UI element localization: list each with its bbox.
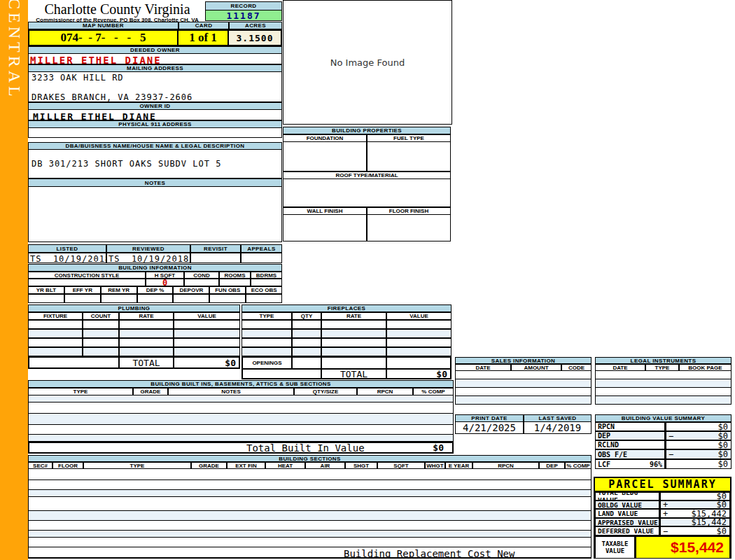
col-header: COND	[184, 272, 219, 279]
property-record-card: CENTRAL Charlotte County Virginia Commis…	[0, 0, 735, 560]
row-op: +	[663, 500, 668, 509]
rooms-value	[219, 279, 251, 286]
table-row: APPRAISED VALUE $15,442	[595, 518, 730, 526]
col-header: COUNT	[83, 312, 119, 320]
table-row: OBS F/E −$0	[595, 449, 732, 459]
building-info-row1-values: 0	[28, 279, 282, 286]
table-row	[28, 490, 592, 497]
yr-blt-value	[28, 294, 64, 303]
table-row	[28, 469, 592, 480]
col-header: H SQFT	[146, 272, 184, 279]
fireplaces-total-label: TOTAL	[321, 369, 386, 379]
fireplaces-total-value: $0	[386, 369, 451, 379]
fireplaces-title: FIREPLACES	[241, 304, 451, 312]
print-date-label: PRINT DATE	[455, 414, 524, 422]
building-value-summary: BUILDING VALUE SUMMARY RPCN $0 DEP −$0 R…	[595, 414, 732, 469]
built-ins-table: BUILDING BUILT INS, BASEMENTS, ATTICS & …	[28, 380, 454, 454]
col-header: RATE	[321, 312, 386, 320]
col-header: DEP %	[137, 286, 174, 294]
table-row	[28, 329, 240, 338]
table-row	[595, 396, 732, 405]
row-pct: 96%	[650, 461, 662, 468]
sales-information-table: SALES INFORMATION DATE AMOUNT CODE	[455, 357, 592, 405]
mailing-address-line2: DRAKES BRANCH, VA 23937-2606	[29, 83, 281, 102]
building-sections-footer-row: Building Replacement Cost New	[28, 547, 592, 559]
row-value: $0	[718, 459, 728, 469]
table-row	[28, 538, 592, 547]
col-header: ECO OBS	[246, 286, 282, 294]
notes-box	[28, 187, 282, 242]
physical-911-header: PHYSICAL 911 ADDRESS	[28, 120, 282, 128]
record-box: RECORD 11187	[205, 1, 282, 21]
table-row	[28, 320, 240, 329]
deeded-owner-value: MILLER ETHEL DIANE	[29, 55, 162, 64]
openings-label: OPENINGS	[241, 356, 292, 369]
built-ins-title: BUILDING BUILT INS, BASEMENTS, ATTICS & …	[28, 380, 454, 388]
col-header: TYPE	[241, 312, 292, 320]
card-label: CARD	[178, 22, 229, 29]
col-header: NOTES	[168, 388, 294, 396]
owner-id-value: MILLER ETHEL DIANE	[29, 111, 157, 120]
acres-value: 3.1500	[229, 29, 282, 46]
table-row	[241, 347, 451, 356]
row-value: $15,442	[691, 509, 727, 518]
table-row	[28, 347, 240, 356]
foundation-label: FOUNDATION	[283, 134, 367, 142]
revisit-value	[190, 253, 241, 263]
table-row	[28, 480, 592, 490]
plumbing-total-value: $0	[174, 356, 240, 369]
record-number: 11187	[205, 10, 282, 21]
col-header: AMOUNT	[511, 364, 561, 371]
notes-header: NOTES	[28, 178, 282, 187]
building-information-header: BUILDING INFORMATION	[28, 264, 282, 272]
mailing-address-header: MAILING ADDRESS	[28, 64, 282, 72]
print-date-value: 4/21/2025	[455, 422, 524, 434]
col-header: FUN OBS	[209, 286, 246, 294]
replacement-cost-note: Building Replacement Cost New	[29, 547, 591, 559]
col-header: VALUE	[174, 312, 240, 320]
legal-description-value: DB 301/213 SHORT OAKS SUBDV LOT 5	[29, 150, 281, 169]
col-header: YR BLT	[28, 286, 64, 294]
row-label: LAND VALUE	[595, 509, 659, 518]
visits-values: TS 10/19/2018 TS 10/19/2018	[28, 253, 282, 263]
col-header: CODE	[561, 364, 592, 371]
map-card-acres-headers: MAP NUMBER CARD ACRES	[28, 22, 282, 29]
row-label: OBLDG VALUE	[595, 500, 659, 509]
legal-description-box: DB 301/213 SHORT OAKS SUBDV LOT 5	[28, 150, 282, 178]
table-row	[595, 379, 732, 388]
col-header: DATE	[455, 364, 511, 371]
fireplaces-openings-row: OPENINGS	[241, 356, 451, 369]
table-row	[28, 521, 592, 531]
table-row: LCF96% $0	[595, 459, 732, 469]
visits-headers: LISTED REVIEWED REVISIT APPEALS	[28, 244, 282, 253]
county-header: Charlotte County Virginia Commissioner o…	[29, 1, 205, 22]
row-value: $15,442	[691, 518, 727, 526]
plumbing-title: PLUMBING	[28, 304, 240, 312]
row-label: RPCN	[598, 423, 615, 430]
fun-obs-value	[209, 294, 246, 303]
col-header: EXT FIN	[227, 462, 265, 469]
roof-type-value	[283, 179, 451, 207]
table-row	[595, 371, 732, 379]
table-row	[28, 425, 454, 435]
col-header: E YEAR	[445, 462, 472, 469]
row-value: $0	[718, 431, 728, 440]
col-header: RPCN	[357, 388, 413, 396]
table-row: DEP −$0	[595, 431, 732, 440]
legal-instruments-table: LEGAL INSTRUMENTS DATE TYPE BOOK PAGE	[595, 357, 732, 405]
row-value: $0	[718, 449, 728, 459]
building-properties-table: BUILDING PROPERTIES FOUNDATION FUEL TYPE…	[283, 127, 451, 241]
row-label: TOTAL BLDG VALUE	[595, 492, 659, 500]
table-row	[28, 435, 454, 442]
district-label: CENTRAL	[0, 0, 28, 98]
col-header: TYPE	[645, 364, 679, 371]
h-sqft-value: 0	[146, 279, 184, 286]
taxable-value-row: TAXABLE VALUE $15,442	[595, 536, 730, 559]
table-row	[241, 320, 451, 329]
built-ins-total-row: Total Built In Value $0	[28, 442, 454, 454]
building-properties-title: BUILDING PROPERTIES	[283, 127, 451, 134]
table-row	[455, 379, 592, 388]
col-header: RATE	[119, 312, 174, 320]
last-saved-value: 1/4/2019	[524, 422, 592, 434]
col-header: BOOK PAGE	[679, 364, 732, 371]
